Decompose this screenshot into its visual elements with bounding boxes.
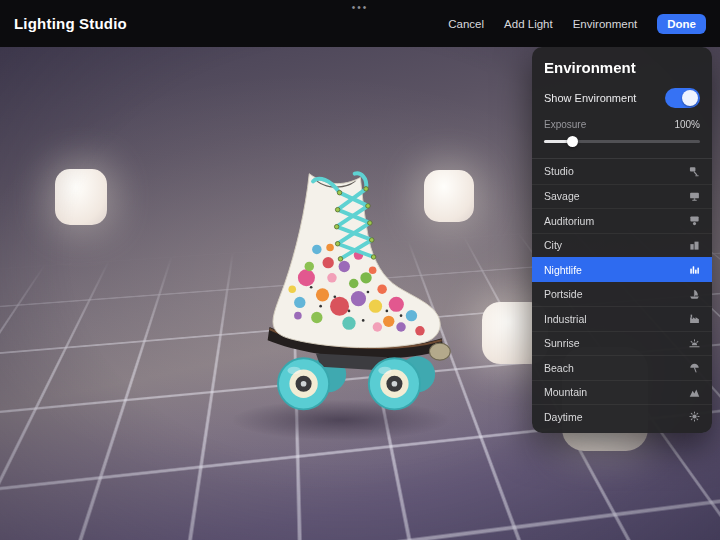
monitor-icon (689, 191, 700, 202)
option-label: Nightlife (544, 264, 582, 276)
add-light-button[interactable]: Add Light (504, 18, 553, 30)
environment-button[interactable]: Environment (573, 18, 638, 30)
auditorium-icon (689, 215, 700, 226)
environment-option[interactable]: City (532, 233, 712, 258)
nightlife-icon (689, 264, 700, 275)
environment-option[interactable]: Mountain (532, 380, 712, 405)
exposure-control: Exposure 100% (532, 115, 712, 158)
studio-light-icon (689, 166, 700, 177)
environment-option[interactable]: Industrial (532, 306, 712, 331)
mountain-icon (689, 387, 700, 398)
option-label: Daytime (544, 411, 583, 423)
3d-viewport[interactable]: Environment Show Environment Exposure 10… (0, 47, 720, 540)
app-window: ••• Lighting Studio Cancel Add Light Env… (0, 0, 720, 540)
exposure-slider[interactable] (544, 135, 700, 148)
option-label: Beach (544, 362, 574, 374)
page-title: Lighting Studio (14, 15, 127, 32)
beach-umbrella-icon (689, 362, 700, 373)
area-light[interactable] (55, 169, 107, 225)
roller-skate-model[interactable] (226, 163, 472, 421)
environment-option[interactable]: Daytime (532, 404, 712, 429)
environment-option[interactable]: Sunrise (532, 331, 712, 356)
sunrise-icon (689, 338, 700, 349)
sun-icon (689, 411, 700, 422)
option-label: Auditorium (544, 215, 594, 227)
exposure-value: 100% (674, 119, 700, 130)
environment-option[interactable]: Portside (532, 282, 712, 307)
toggle-knob (682, 90, 698, 106)
cancel-button[interactable]: Cancel (448, 18, 484, 30)
exposure-label: Exposure (544, 119, 586, 130)
environment-options-list: Studio Savage Auditorium City Nightlife (532, 158, 712, 433)
environment-option[interactable]: Auditorium (532, 208, 712, 233)
environment-option[interactable]: Nightlife (532, 257, 712, 282)
environment-option[interactable]: Beach (532, 355, 712, 380)
factory-icon (689, 313, 700, 324)
topbar: ••• Lighting Studio Cancel Add Light Env… (0, 0, 720, 47)
show-environment-toggle[interactable] (665, 88, 700, 108)
topbar-actions: Cancel Add Light Environment Done (448, 14, 706, 34)
city-icon (689, 240, 700, 251)
environment-option[interactable]: Studio (532, 159, 712, 184)
option-label: Portside (544, 288, 583, 300)
done-button[interactable]: Done (657, 14, 706, 34)
environment-panel: Environment Show Environment Exposure 10… (532, 47, 712, 433)
option-label: Savage (544, 190, 580, 202)
option-label: City (544, 239, 562, 251)
option-label: Sunrise (544, 337, 580, 349)
option-label: Studio (544, 165, 574, 177)
window-handle-dots[interactable]: ••• (352, 2, 369, 13)
panel-title: Environment (532, 47, 712, 82)
show-environment-row: Show Environment (532, 82, 712, 115)
exposure-slider-knob[interactable] (567, 136, 578, 147)
boat-icon (689, 289, 700, 300)
environment-option[interactable]: Savage (532, 184, 712, 209)
option-label: Mountain (544, 386, 587, 398)
option-label: Industrial (544, 313, 587, 325)
show-environment-label: Show Environment (544, 92, 636, 104)
